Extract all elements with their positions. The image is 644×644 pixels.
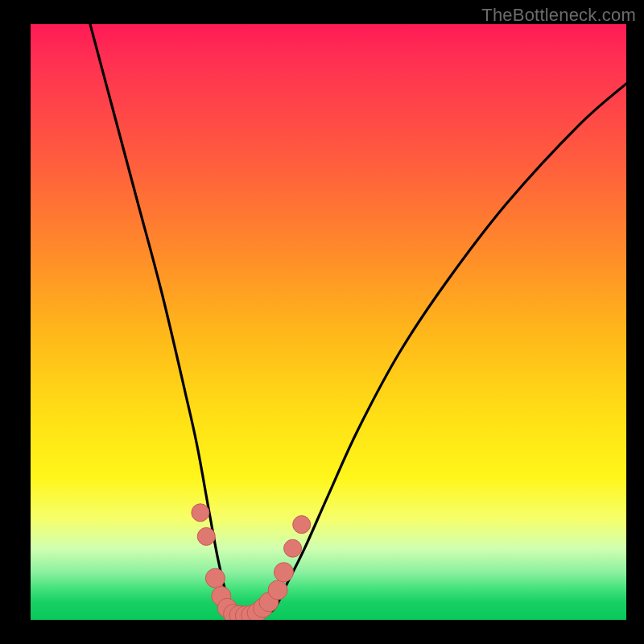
marker-dot — [284, 539, 302, 557]
plot-area — [31, 24, 626, 620]
marker-dot — [197, 527, 215, 545]
bottleneck-curve — [90, 24, 626, 617]
marker-dot — [192, 504, 209, 522]
chart-frame: TheBottleneck.com — [0, 0, 644, 644]
optimal-band-markers — [192, 504, 311, 620]
marker-dot — [205, 568, 225, 588]
curve-group — [90, 24, 626, 617]
marker-dot — [275, 563, 294, 582]
watermark-text: TheBottleneck.com — [481, 5, 636, 26]
marker-dot — [268, 580, 287, 600]
bottleneck-curve-svg — [31, 24, 626, 620]
marker-dot — [293, 516, 311, 534]
